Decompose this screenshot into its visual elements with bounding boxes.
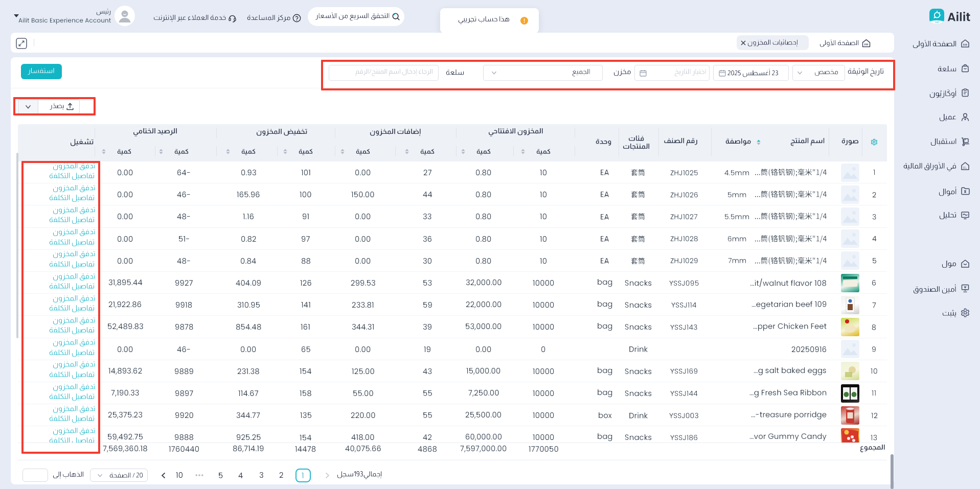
svg-text:intl: intl <box>935 20 939 24</box>
